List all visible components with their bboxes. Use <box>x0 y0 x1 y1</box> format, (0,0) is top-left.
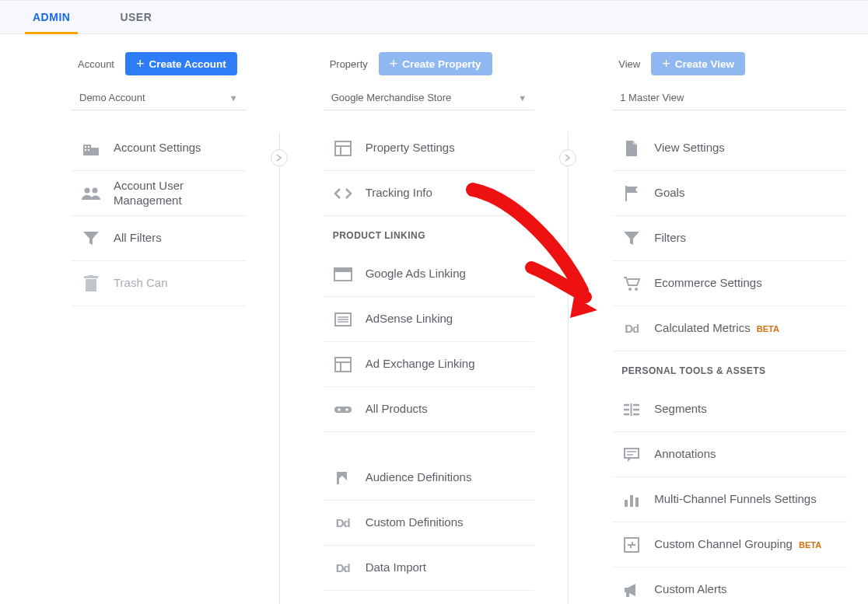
svg-rect-1 <box>91 148 99 155</box>
item-label: Custom Definitions <box>366 515 526 530</box>
item-label: Tracking Info <box>366 186 526 201</box>
svg-rect-42 <box>635 498 639 507</box>
svg-rect-11 <box>335 141 351 155</box>
property-head: Property + Create Property <box>330 50 535 78</box>
svg-rect-20 <box>335 358 351 372</box>
item-label: All Filters <box>114 231 236 246</box>
plus-icon: + <box>136 57 145 71</box>
svg-rect-27 <box>625 186 627 201</box>
tab-admin[interactable]: ADMIN <box>25 0 78 34</box>
chevron-down-icon: ▼ <box>518 93 527 103</box>
filter-icon <box>621 229 642 249</box>
item-label: Ad Exchange Linking <box>366 357 526 372</box>
beta-badge: BETA <box>799 540 821 550</box>
svg-rect-8 <box>86 279 96 292</box>
trash-icon <box>81 274 101 294</box>
account-item[interactable]: Trash Can <box>72 261 246 306</box>
personal-tools-item[interactable]: Segments <box>612 387 847 432</box>
svg-point-7 <box>93 187 98 193</box>
item-label: Calculated Metrics BETA <box>654 321 838 336</box>
property-item[interactable]: DdCustom Definitions <box>324 501 535 546</box>
create-property-label: Create Property <box>402 58 481 70</box>
svg-point-29 <box>635 288 638 291</box>
svg-rect-3 <box>88 146 89 148</box>
comment-icon <box>621 445 642 465</box>
megaphone-icon <box>621 580 642 600</box>
property-selector[interactable]: Google Merchandise Store ▼ <box>324 86 535 110</box>
link-icon <box>333 400 353 420</box>
account-selector[interactable]: Demo Account ▼ <box>72 86 246 110</box>
view-item[interactable]: View Settings <box>612 126 847 171</box>
account-item[interactable]: Account Settings <box>72 126 246 171</box>
item-label: Goals <box>654 186 838 201</box>
list-icon <box>333 309 353 330</box>
item-label: Trash Can <box>114 276 236 291</box>
create-view-label: Create View <box>675 58 734 70</box>
item-label: Ecommerce Settings <box>654 276 838 291</box>
dd-icon: Dd <box>333 558 353 578</box>
product-linking-list: Google Ads LinkingAdSense LinkingAd Exch… <box>324 252 535 432</box>
svg-rect-4 <box>85 149 86 151</box>
tab-user[interactable]: USER <box>112 0 159 34</box>
item-label: Filters <box>654 231 838 246</box>
svg-rect-41 <box>630 495 633 507</box>
view-item[interactable]: Goals <box>612 171 847 216</box>
view-item[interactable]: Ecommerce Settings <box>612 261 847 306</box>
item-label: Google Ads Linking <box>366 267 526 281</box>
product-linking-item[interactable]: AdSense Linking <box>324 297 535 342</box>
property-item[interactable]: Property Settings <box>324 126 535 171</box>
account-head-label: Account <box>78 58 114 70</box>
create-property-button[interactable]: + Create Property <box>379 52 492 75</box>
item-label: Account User Management <box>114 179 236 208</box>
column-divider <box>279 132 280 604</box>
svg-point-28 <box>628 288 632 291</box>
view-selector: 1 Master View <box>612 86 847 110</box>
personal-tools-item[interactable]: Annotations <box>612 432 847 477</box>
personal-tools-heading: PERSONAL TOOLS & ASSETS <box>612 351 847 387</box>
dd-icon: Dd <box>333 513 353 533</box>
item-label: Multi-Channel Funnels Settings <box>654 492 838 507</box>
flag-icon <box>621 183 642 204</box>
svg-rect-10 <box>89 275 93 277</box>
view-head: View + Create View <box>618 50 847 78</box>
view-head-label: View <box>618 58 640 70</box>
view-selector-value: 1 Master View <box>620 92 684 103</box>
item-label: Annotations <box>654 447 838 462</box>
svg-rect-2 <box>85 146 86 148</box>
create-view-button[interactable]: + Create View <box>651 52 745 75</box>
item-label: Segments <box>654 402 838 417</box>
svg-rect-40 <box>625 500 628 507</box>
account-column: Account + Create Account Demo Account ▼ … <box>0 50 289 604</box>
create-account-label: Create Account <box>149 58 226 70</box>
column-nav-right-icon[interactable] <box>271 149 288 166</box>
personal-tools-item[interactable]: Custom Channel Grouping BETA <box>612 522 847 567</box>
svg-point-24 <box>338 408 341 411</box>
plus-icon: + <box>390 57 398 71</box>
svg-rect-15 <box>334 268 352 272</box>
account-list: Account SettingsAccount User ManagementA… <box>72 126 246 306</box>
property-item[interactable]: Audience Definitions <box>324 456 535 501</box>
item-label: Data Import <box>366 560 526 575</box>
segments-icon <box>621 400 642 420</box>
personal-tools-item[interactable]: Multi-Channel Funnels Settings <box>612 477 847 522</box>
product-linking-item[interactable]: All Products <box>324 387 535 432</box>
property-item[interactable]: Tracking Info <box>324 171 535 216</box>
svg-point-6 <box>85 187 90 193</box>
account-head: Account + Create Account <box>78 50 246 78</box>
personal-tools-item[interactable]: Custom Alerts <box>612 567 847 604</box>
dd-icon: Dd <box>621 319 642 339</box>
item-label: AdSense Linking <box>366 312 526 326</box>
view-item[interactable]: Filters <box>612 216 847 261</box>
view-list: View SettingsGoalsFiltersEcommerce Setti… <box>612 126 847 351</box>
create-account-button[interactable]: + Create Account <box>125 52 237 75</box>
property-item[interactable]: DdData Import <box>324 546 535 591</box>
view-item[interactable]: DdCalculated Metrics BETA <box>612 306 847 351</box>
column-nav-right-icon[interactable] <box>559 149 576 166</box>
item-label: View Settings <box>654 141 838 155</box>
product-linking-item[interactable]: Google Ads Linking <box>324 252 535 297</box>
account-item[interactable]: Account User Management <box>72 171 246 216</box>
product-linking-item[interactable]: Ad Exchange Linking <box>324 342 535 387</box>
item-label: Custom Channel Grouping BETA <box>654 537 838 552</box>
cart-icon <box>621 274 642 294</box>
account-item[interactable]: All Filters <box>72 216 246 261</box>
